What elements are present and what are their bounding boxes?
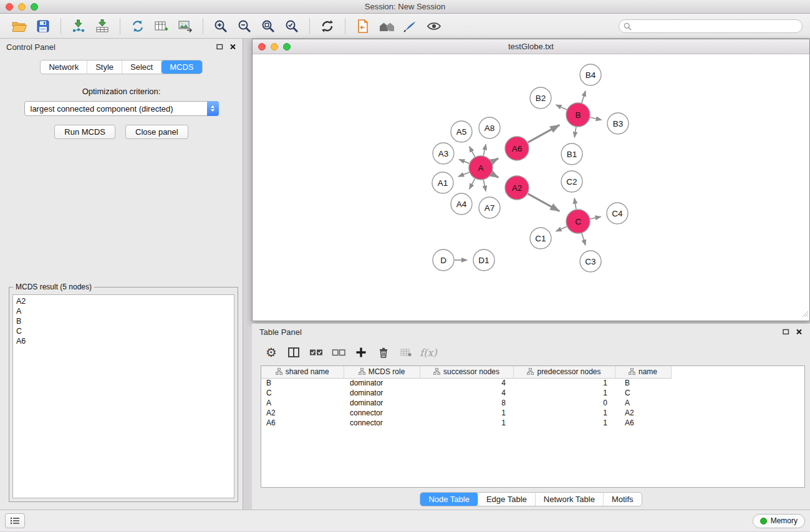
- open-file-icon[interactable]: [7, 16, 31, 36]
- tab-node-table[interactable]: Node Table: [420, 493, 478, 506]
- edge-A-A3[interactable]: [459, 160, 469, 163]
- tab-select[interactable]: Select: [122, 60, 162, 74]
- node-D1[interactable]: D1: [473, 249, 494, 271]
- column-header-successor-nodes[interactable]: successor nodes: [420, 366, 513, 378]
- node-C2[interactable]: C2: [561, 171, 582, 192]
- edge-C-C3[interactable]: [582, 233, 586, 245]
- node-A8[interactable]: A8: [479, 117, 500, 138]
- node-C3[interactable]: C3: [580, 251, 601, 272]
- node-A7[interactable]: A7: [479, 197, 500, 218]
- edge-A-A7[interactable]: [483, 180, 486, 191]
- tab-mcds[interactable]: MCDS: [162, 60, 201, 74]
- table-row[interactable]: Cdominator41C: [261, 388, 671, 398]
- edge-C-C4[interactable]: [591, 216, 601, 219]
- node-B4[interactable]: B4: [580, 64, 601, 85]
- export-image-icon[interactable]: [173, 16, 197, 36]
- table-cell[interactable]: B: [261, 378, 344, 388]
- node-A2[interactable]: A2: [505, 176, 529, 200]
- result-item[interactable]: A6: [13, 336, 234, 346]
- edge-A2-C[interactable]: [528, 194, 560, 211]
- tab-edge-table[interactable]: Edge Table: [478, 493, 536, 506]
- new-table-icon[interactable]: [150, 16, 173, 36]
- refresh-layout-icon[interactable]: [316, 16, 339, 36]
- node-C1[interactable]: C1: [530, 228, 551, 249]
- close-table-panel-icon[interactable]: [796, 329, 803, 335]
- node-B2[interactable]: B2: [530, 87, 551, 109]
- show-graphics-details-icon[interactable]: [422, 16, 446, 36]
- table-cell[interactable]: 1: [420, 418, 513, 428]
- edge-A-A5[interactable]: [470, 147, 475, 157]
- column-header-MCDS-role[interactable]: MCDS role: [344, 366, 420, 378]
- import-table-from-file-icon[interactable]: [90, 16, 114, 36]
- edge-B-B2[interactable]: [556, 105, 567, 110]
- table-row[interactable]: A6connector11A6: [261, 418, 671, 428]
- criterion-dropdown[interactable]: largest connected component (directed): [24, 101, 219, 116]
- node-C[interactable]: C: [566, 210, 590, 233]
- network-window-titlebar[interactable]: testGlobe.txt: [253, 39, 809, 54]
- table-cell[interactable]: A6: [615, 418, 671, 428]
- edge-A-A4[interactable]: [470, 179, 475, 190]
- edge-B-B4[interactable]: [582, 91, 586, 103]
- table-settings-icon[interactable]: ⚙: [262, 343, 281, 362]
- node-A5[interactable]: A5: [451, 121, 472, 142]
- node-A3[interactable]: A3: [433, 143, 454, 164]
- column-header-predecessor-nodes[interactable]: predecessor nodes: [513, 366, 615, 378]
- table-cell[interactable]: connector: [344, 408, 420, 418]
- tab-network[interactable]: Network: [41, 60, 87, 74]
- run-mcds-button[interactable]: Run MCDS: [54, 125, 115, 139]
- show-columns-icon[interactable]: [284, 343, 303, 362]
- table-cell[interactable]: dominator: [344, 398, 420, 408]
- table-cell[interactable]: connector: [344, 418, 420, 428]
- node-B[interactable]: B: [566, 103, 590, 127]
- table-row[interactable]: A2connector11A2: [261, 408, 671, 418]
- apply-style-icon[interactable]: [398, 16, 422, 36]
- table-row[interactable]: Adominator80A: [261, 398, 671, 408]
- float-panel-icon[interactable]: [216, 44, 223, 50]
- edge-B-B1[interactable]: [574, 127, 576, 138]
- table-cell[interactable]: C: [615, 388, 671, 398]
- search-input[interactable]: [619, 19, 803, 33]
- table-cell[interactable]: 1: [513, 418, 615, 428]
- result-item[interactable]: C: [13, 326, 234, 336]
- show-panels-button[interactable]: [5, 513, 25, 528]
- tab-motifs[interactable]: Motifs: [604, 493, 642, 506]
- table-cell[interactable]: C: [261, 388, 344, 398]
- table-row[interactable]: Bdominator41B: [261, 378, 671, 388]
- node-A6[interactable]: A6: [505, 137, 529, 160]
- close-panel-button[interactable]: Close panel: [125, 125, 188, 139]
- node-A1[interactable]: A1: [432, 172, 453, 193]
- save-session-icon[interactable]: [31, 16, 55, 36]
- table-cell[interactable]: A: [615, 398, 671, 408]
- network-canvas[interactable]: AA1A2A3A4A5A6A7A8BB1B2B3B4CC1C2C3C4DD1: [253, 54, 809, 321]
- node-B1[interactable]: B1: [561, 143, 582, 165]
- table-cell[interactable]: dominator: [344, 378, 420, 388]
- tab-style[interactable]: Style: [87, 60, 122, 74]
- node-D[interactable]: D: [433, 249, 454, 271]
- table-cell[interactable]: 1: [513, 388, 615, 398]
- result-item[interactable]: B: [13, 316, 234, 326]
- zoom-out-icon[interactable]: [233, 16, 256, 36]
- table-cell[interactable]: A: [261, 398, 344, 408]
- edge-C-C1[interactable]: [556, 226, 567, 231]
- edge-B-B3[interactable]: [591, 117, 602, 120]
- new-network-icon[interactable]: [126, 16, 150, 36]
- result-item[interactable]: A: [13, 306, 234, 316]
- tab-network-table[interactable]: Network Table: [536, 493, 604, 506]
- table-cell[interactable]: 4: [420, 378, 513, 388]
- edge-A-A2[interactable]: [492, 174, 499, 178]
- edge-A-A1[interactable]: [458, 172, 469, 177]
- edge-A-A6[interactable]: [492, 158, 498, 162]
- edge-C-C2[interactable]: [574, 198, 576, 210]
- table-cell[interactable]: B: [615, 378, 671, 388]
- table-cell[interactable]: A2: [261, 408, 344, 418]
- add-row-icon[interactable]: [352, 343, 370, 362]
- result-item[interactable]: A2: [13, 296, 234, 306]
- table-cell[interactable]: A6: [261, 418, 344, 428]
- zoom-in-icon[interactable]: [209, 16, 233, 36]
- delete-table-icon[interactable]: [397, 343, 415, 362]
- import-network-from-file-icon[interactable]: [67, 16, 90, 36]
- node-A[interactable]: A: [469, 156, 493, 180]
- node-C4[interactable]: C4: [607, 203, 628, 224]
- table-cell[interactable]: 1: [420, 408, 513, 418]
- float-table-panel-icon[interactable]: [783, 329, 789, 335]
